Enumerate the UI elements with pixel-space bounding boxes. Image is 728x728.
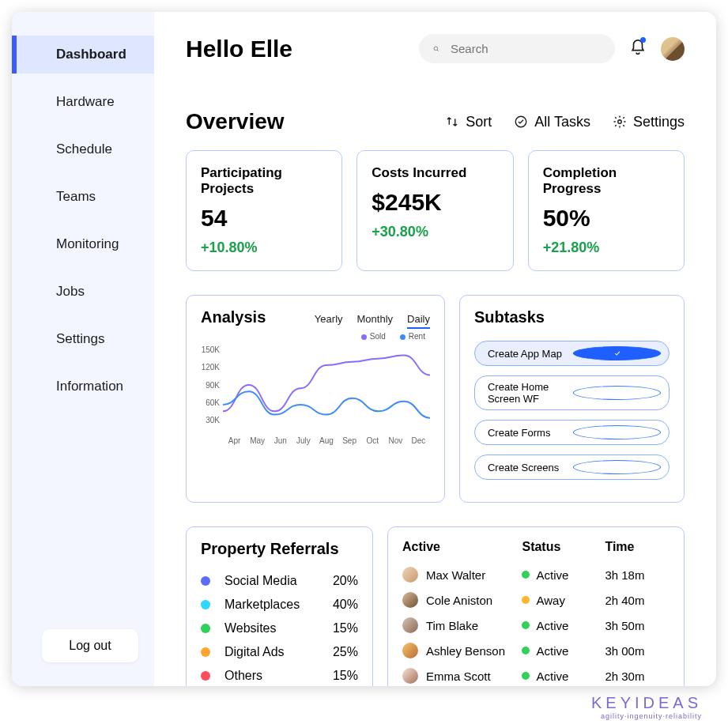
topbar: Hello Elle: [186, 34, 685, 63]
referral-dot: [201, 647, 210, 657]
active-time: 2h 40m: [605, 594, 670, 607]
avatar-icon: [402, 617, 418, 633]
main-area: Hello Elle Overview Sort All Tasks: [154, 12, 716, 686]
analysis-card: Analysis Yearly Monthly Daily Sold Rent …: [186, 295, 445, 503]
active-time: 3h 50m: [605, 619, 670, 632]
search-input[interactable]: [451, 42, 601, 55]
active-table-head: Active Status Time: [402, 540, 670, 554]
all-tasks-button[interactable]: All Tasks: [514, 114, 590, 130]
active-time: 3h 00m: [605, 644, 670, 658]
legend-rent: Rent: [400, 332, 425, 341]
avatar-icon: [402, 643, 418, 658]
chart-x-axis: AprMayJunJulyAugSepOctNovDec: [223, 436, 430, 445]
referral-dot: [201, 576, 210, 586]
stat-delta: +10.80%: [201, 240, 327, 256]
referrals-title: Property Referrals: [201, 540, 358, 558]
sidebar-item-jobs[interactable]: Jobs: [12, 273, 154, 311]
avatar-icon: [402, 592, 418, 608]
active-row: Ashley Benson Active 3h 00m: [402, 643, 670, 658]
active-name-cell: Max Walter: [402, 567, 522, 583]
all-tasks-label: All Tasks: [534, 114, 590, 130]
active-row: Cole Aniston Away 2h 40m: [402, 592, 670, 608]
active-status: Active: [536, 644, 568, 658]
stat-title: Completion Progress: [543, 165, 670, 197]
subtask-item[interactable]: Create Screens: [474, 455, 670, 480]
active-name-cell: Tim Blake: [402, 617, 522, 633]
subtask-label: Create Screens: [488, 462, 574, 473]
chart-body: 150K 120K 90K 60K 30K: [201, 345, 430, 436]
brand-footer: KEYIDEAS agility·ingenuity·reliability: [12, 686, 716, 720]
sidebar-item-monitoring[interactable]: Monitoring: [12, 225, 154, 263]
sidebar-item-information[interactable]: Information: [12, 368, 154, 405]
search-box[interactable]: [419, 34, 615, 63]
referral-pct: 15%: [333, 669, 358, 683]
logout-button[interactable]: Log out: [42, 629, 138, 662]
active-status-cell: Active: [522, 568, 605, 582]
subtask-label: Create Forms: [488, 427, 574, 439]
col-status: Status: [522, 540, 605, 554]
sidebar-item-dashboard[interactable]: Dashboard: [12, 36, 154, 74]
stat-value: 54: [201, 205, 327, 232]
referral-row: Others 15%: [201, 669, 358, 683]
active-name-cell: Cole Aniston: [402, 592, 522, 608]
stat-title: Participating Projects: [201, 165, 327, 197]
chart-y-axis: 150K 120K 90K 60K 30K: [201, 345, 223, 424]
gear-icon: [613, 115, 627, 129]
referral-row: Digital Ads 25%: [201, 645, 358, 659]
active-name: Tim Blake: [426, 619, 478, 632]
status-dot: [522, 596, 530, 604]
stat-value: $245K: [372, 189, 498, 216]
active-time: 3h 18m: [605, 568, 670, 582]
notification-dot: [640, 37, 646, 43]
referral-pct: 40%: [333, 598, 358, 612]
stat-cards: Participating Projects 54 +10.80% Costs …: [186, 150, 685, 271]
tab-daily[interactable]: Daily: [407, 313, 430, 329]
svg-point-0: [434, 47, 438, 51]
row-referrals-active: Property Referrals Social Media 20% Mark…: [186, 526, 685, 686]
active-name: Emma Scott: [426, 670, 491, 683]
settings-button[interactable]: Settings: [613, 114, 685, 130]
active-status-cell: Active: [522, 670, 605, 683]
sidebar: Dashboard Hardware Schedule Teams Monito…: [12, 12, 154, 686]
tab-monthly[interactable]: Monthly: [357, 313, 394, 329]
sidebar-item-schedule[interactable]: Schedule: [12, 130, 154, 168]
avatar-icon: [402, 668, 418, 684]
sidebar-items: Dashboard Hardware Schedule Teams Monito…: [12, 36, 154, 629]
overview-header: Overview Sort All Tasks Settings: [186, 109, 685, 134]
sort-label: Sort: [466, 114, 492, 130]
notifications-button[interactable]: [629, 39, 647, 59]
sidebar-item-teams[interactable]: Teams: [12, 178, 154, 216]
subtasks-list: Create App Map Create Home Screen WF Cre…: [474, 341, 670, 480]
stat-card-participating: Participating Projects 54 +10.80%: [186, 150, 342, 271]
referral-dot: [201, 600, 210, 609]
subtasks-card: Subtasks Create App Map Create Home Scre…: [459, 295, 685, 503]
subtask-label: Create Home Screen WF: [488, 381, 574, 405]
tab-yearly[interactable]: Yearly: [315, 313, 343, 329]
active-table-body: Max Walter Active 3h 18m Cole Aniston Aw…: [402, 567, 670, 684]
active-row: Emma Scott Active 2h 30m: [402, 668, 670, 684]
brand-name: KEYIDEAS: [591, 694, 702, 711]
subtask-item[interactable]: Create Forms: [474, 420, 670, 445]
subtask-label: Create App Map: [488, 348, 574, 360]
subtask-item[interactable]: Create Home Screen WF: [474, 375, 670, 410]
sidebar-item-hardware[interactable]: Hardware: [12, 83, 154, 121]
referral-label: Digital Ads: [224, 645, 333, 659]
sort-button[interactable]: Sort: [445, 114, 492, 130]
status-dot: [522, 621, 530, 629]
user-avatar[interactable]: [661, 37, 685, 61]
sidebar-item-settings[interactable]: Settings: [12, 320, 154, 358]
active-name-cell: Emma Scott: [402, 668, 522, 684]
subtask-indicator: [573, 346, 661, 360]
referral-label: Websites: [224, 621, 333, 636]
subtask-item[interactable]: Create App Map: [474, 341, 670, 366]
search-icon: [433, 43, 439, 55]
active-name: Max Walter: [426, 568, 485, 582]
referrals-list: Social Media 20% Marketplaces 40% Websit…: [201, 574, 358, 683]
active-status: Active: [536, 670, 568, 683]
active-time: 2h 30m: [605, 670, 670, 683]
stat-value: 50%: [543, 205, 670, 232]
col-time: Time: [605, 540, 670, 554]
status-dot: [522, 672, 530, 680]
status-dot: [522, 647, 530, 654]
referral-dot: [201, 624, 210, 633]
